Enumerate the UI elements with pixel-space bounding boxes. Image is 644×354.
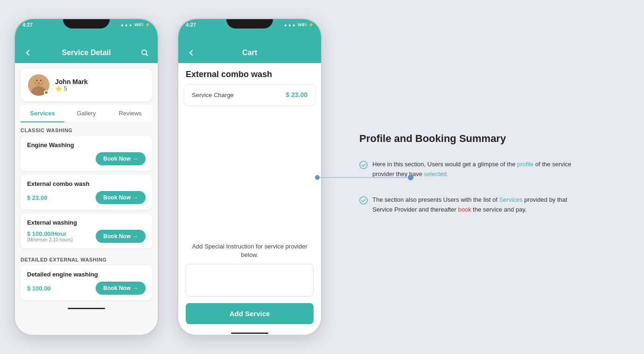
avatar-wrap: [28, 74, 49, 96]
instruction-title: Add Special Instruction for service prov…: [186, 242, 314, 259]
phone2-back-button[interactable]: [186, 47, 197, 58]
book-now-external-washing[interactable]: Book Now →: [96, 230, 146, 243]
provider-rating: ⭐ 5: [55, 85, 88, 92]
highlight-profile: profile: [517, 161, 533, 168]
phone2-navbar: Cart: [178, 42, 321, 63]
service-row-external-washing: $ 100.00/Hour (Minimum 2-10 hours) Book …: [27, 230, 146, 243]
arrow-icon: →: [133, 156, 138, 162]
tabs-row: Services Gallery Reviews: [21, 105, 152, 123]
service-card-external-washing: External washing $ 100.00/Hour (Minimum …: [21, 213, 152, 248]
phone1-status-icons: ▲▲▲ WiFi ⚡: [120, 22, 150, 27]
search-button[interactable]: [139, 47, 150, 58]
service-row-external-combo: $ 23.00 Book Now →: [27, 191, 146, 204]
book-now-engine-washing[interactable]: Book Now →: [96, 152, 146, 165]
phone2-signal-icon: ▲▲▲: [283, 22, 296, 27]
star-icon: ⭐: [55, 85, 62, 92]
phone2-wifi-icon: WiFi: [298, 22, 307, 27]
highlight-selected: selected.: [424, 170, 448, 177]
notch-bump: [63, 19, 110, 28]
online-indicator: [44, 90, 49, 95]
check-icon-2: [359, 196, 368, 205]
instruction-textarea[interactable]: [186, 264, 314, 297]
connector-line: [317, 177, 411, 178]
svg-point-8: [360, 197, 367, 204]
svg-point-6: [40, 80, 42, 81]
phone1-nav-title: Service Detail: [62, 49, 111, 57]
service-card-engine-washing: Engine Washing Book Now →: [21, 136, 152, 171]
add-service-button[interactable]: Add Service: [186, 303, 314, 324]
arrow-icon-3: →: [133, 233, 138, 240]
signal-icon: ▲▲▲: [120, 22, 133, 27]
phone1-notch: 4:27 ▲▲▲ WiFi ⚡: [15, 19, 158, 42]
arrow-icon-4: →: [133, 285, 138, 291]
phone2-nav-title: Cart: [242, 49, 257, 57]
service-name-detailed-engine: Detailed engine washing: [27, 271, 146, 278]
special-instruction-section: Add Special Instruction for service prov…: [178, 237, 321, 330]
service-card-external-combo: External combo wash $ 23.00 Book Now →: [21, 175, 152, 210]
book-now-external-combo[interactable]: Book Now →: [96, 191, 146, 204]
connector-dot-right: [408, 175, 413, 180]
external-washing-price: $ 100.00/Hour: [27, 230, 73, 237]
battery-icon: ⚡: [145, 22, 150, 27]
annotation-item-2: The section also presents Users with the…: [359, 195, 621, 215]
profile-card: John Mark ⭐ 5: [21, 69, 152, 101]
service-row-engine-washing: Book Now →: [27, 152, 146, 165]
service-name-external-washing: External washing: [27, 219, 146, 226]
service-row-detailed-engine: $ 100.00 Book Now →: [27, 282, 146, 295]
svg-line-1: [146, 54, 147, 56]
tab-gallery[interactable]: Gallery: [64, 105, 108, 122]
phone2-content: External combo wash Service Charge $ 23.…: [178, 63, 321, 336]
phone-cart: 4:27 ▲▲▲ WiFi ⚡ Cart External com: [177, 18, 322, 336]
cart-title: External combo wash: [178, 63, 321, 84]
annotation-text-1: Here in this section, Users would get a …: [372, 160, 578, 179]
arrow-icon-2: →: [133, 194, 138, 201]
wifi-icon: WiFi: [134, 22, 143, 27]
section-classic-washing: CLASSIC WASHING: [15, 123, 158, 136]
check-icon-1: [359, 161, 368, 169]
external-combo-price-wrap: $ 23.00: [27, 194, 47, 201]
detailed-engine-price: $ 100.00: [27, 285, 51, 292]
tab-reviews[interactable]: Reviews: [108, 105, 152, 122]
external-combo-price: $ 23.00: [27, 194, 47, 201]
service-name-external-combo: External combo wash: [27, 180, 146, 187]
annotation-text-2: The section also presents Users with the…: [372, 195, 578, 215]
phone2-scroll-indicator: [178, 330, 321, 336]
back-button[interactable]: [22, 47, 34, 58]
highlight-book: book: [458, 206, 471, 213]
scroll-indicator: [15, 304, 158, 313]
highlight-services: Services: [499, 196, 523, 203]
connector-dot-left: [315, 175, 320, 180]
annotation-panel: Profile and Booking Summary Here in this…: [336, 0, 644, 354]
service-charge-amount: $ 23.00: [286, 91, 308, 99]
service-card-detailed-engine: Detailed engine washing $ 100.00 Book No…: [21, 265, 152, 300]
phone-service-detail: 4:27 ▲▲▲ WiFi ⚡ Service Detail: [14, 18, 159, 336]
phone2-notch-bump: [226, 19, 273, 28]
tab-services[interactable]: Services: [21, 105, 64, 122]
phone2-notch: 4:27 ▲▲▲ WiFi ⚡: [178, 19, 321, 42]
profile-info: John Mark ⭐ 5: [55, 78, 88, 92]
service-charge-card: Service Charge $ 23.00: [184, 84, 315, 106]
service-name-engine-washing: Engine Washing: [27, 142, 146, 149]
provider-name: John Mark: [55, 78, 88, 85]
book-now-detailed-engine[interactable]: Book Now →: [96, 282, 146, 295]
phone2-battery-icon: ⚡: [308, 22, 314, 27]
annotation-item-1: Here in this section, Users would get a …: [359, 160, 621, 179]
svg-point-7: [360, 161, 367, 169]
phone2-time: 4:27: [186, 22, 196, 28]
phone1-navbar: Service Detail: [15, 42, 158, 63]
section-detailed-washing: DETAILED EXTERNAL WASHING: [15, 252, 158, 265]
annotation-title: Profile and Booking Summary: [359, 133, 621, 145]
phone1-content: John Mark ⭐ 5 Services Gallery Reviews C…: [15, 63, 158, 336]
svg-point-5: [36, 80, 38, 81]
external-washing-price-wrap: $ 100.00/Hour (Minimum 2-10 hours): [27, 230, 73, 242]
phone1-time: 4:27: [22, 22, 33, 28]
external-washing-price-sub: (Minimum 2-10 hours): [27, 237, 73, 242]
service-charge-label: Service Charge: [192, 92, 234, 99]
phone2-status-icons: ▲▲▲ WiFi ⚡: [283, 22, 314, 27]
